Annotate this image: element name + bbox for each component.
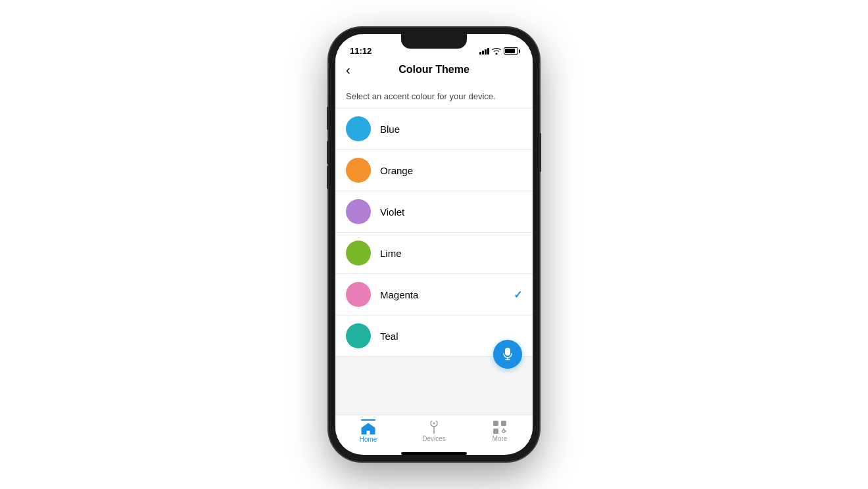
nav-label-devices: Devices — [422, 435, 446, 442]
more-icon — [493, 421, 506, 434]
microphone-fab[interactable] — [493, 340, 522, 369]
selected-checkmark: ✓ — [514, 289, 522, 301]
home-icon — [361, 423, 375, 434]
back-button[interactable]: ‹ — [346, 63, 350, 76]
color-swatch-lime — [346, 241, 371, 266]
page-title: Colour Theme — [398, 64, 470, 76]
svg-rect-7 — [501, 421, 506, 426]
color-item-orange[interactable]: Orange — [335, 150, 533, 191]
color-item-lime[interactable]: Lime — [335, 233, 533, 274]
color-item-violet[interactable]: Violet — [335, 191, 533, 233]
svg-rect-0 — [505, 348, 510, 356]
svg-point-5 — [433, 422, 435, 424]
battery-icon — [504, 47, 518, 55]
microphone-icon — [502, 348, 513, 361]
color-name-label: Magenta — [380, 289, 514, 300]
svg-rect-6 — [493, 421, 498, 426]
subtitle-text: Select an accent colour for your device. — [335, 82, 533, 108]
nav-label-home: Home — [360, 436, 377, 443]
svg-rect-8 — [493, 429, 498, 434]
color-item-magenta[interactable]: Magenta✓ — [335, 274, 533, 315]
color-swatch-magenta — [346, 282, 371, 307]
status-icons — [479, 47, 518, 55]
color-name-label: Orange — [380, 165, 522, 176]
nav-label-more: More — [493, 435, 508, 442]
color-name-label: Violet — [380, 206, 522, 218]
nav-item-more[interactable]: More — [480, 421, 519, 442]
color-name-label: Lime — [380, 248, 522, 259]
color-list: BlueOrangeVioletLimeMagenta✓Teal — [335, 108, 533, 357]
home-active-indicator — [361, 419, 375, 421]
phone-frame: 11:12 ‹ Colour T — [329, 28, 539, 461]
bottom-nav: Home Devices More — [335, 415, 533, 450]
content-wrapper: Select an accent colour for your device.… — [335, 82, 533, 415]
color-swatch-orange — [346, 158, 371, 183]
app-header: ‹ Colour Theme — [335, 58, 533, 82]
color-swatch-violet — [346, 199, 371, 224]
color-item-blue[interactable]: Blue — [335, 108, 533, 150]
color-swatch-teal — [346, 323, 371, 348]
color-name-label: Blue — [380, 124, 522, 135]
color-swatch-blue — [346, 116, 371, 141]
phone-screen: 11:12 ‹ Colour T — [335, 34, 533, 455]
home-indicator — [401, 452, 467, 455]
nav-item-devices[interactable]: Devices — [414, 421, 454, 442]
wifi-icon — [492, 47, 501, 55]
devices-icon — [428, 421, 440, 434]
notch — [401, 34, 467, 49]
status-time: 11:12 — [350, 46, 372, 56]
signal-icon — [479, 48, 489, 55]
nav-item-home[interactable]: Home — [349, 419, 388, 443]
color-name-label: Teal — [380, 331, 522, 342]
